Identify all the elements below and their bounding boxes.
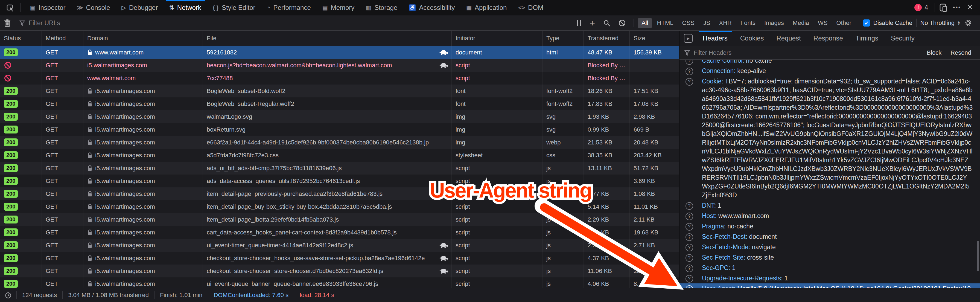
disable-cache-checkbox[interactable]: ✓ Disable Cache [863, 19, 912, 27]
details-tab-timings[interactable]: Timings [849, 31, 885, 46]
request-header-row[interactable]: ?Pragmano-cache [679, 221, 980, 231]
type-filter-ws[interactable]: WS [814, 18, 831, 28]
tab-style-editor[interactable]: { }Style Editor [207, 0, 261, 15]
filter-urls-input[interactable]: Filter URLs [19, 19, 572, 27]
help-icon[interactable]: ? [686, 244, 693, 251]
tab-dom[interactable]: <>DOM [512, 0, 549, 15]
tab-performance[interactable]: ◔Performance [261, 0, 317, 15]
error-count-badge[interactable]: ! 4 [915, 4, 928, 11]
new-request-icon[interactable]: + [590, 19, 595, 27]
type-filter-xhr[interactable]: XHR [715, 18, 735, 28]
scrollbar-thumb[interactable] [977, 241, 979, 271]
table-row[interactable]: 200GETi5.walmartimages.comui_event-queue… [0, 277, 679, 288]
size-label: 19.68 KB [633, 229, 659, 236]
network-settings-gear-icon[interactable] [964, 19, 972, 27]
tab-application[interactable]: ▦Application [460, 0, 512, 15]
size-label: 12. [633, 255, 642, 262]
type-filter-js[interactable]: JS [700, 18, 714, 28]
help-icon[interactable]: ? [686, 264, 693, 272]
help-icon[interactable]: ? [686, 233, 693, 241]
table-row[interactable]: 200GETi5.walmartimages.come663f2a1-9d1f-… [0, 136, 679, 149]
request-header-row[interactable]: ?Cache-Controlno-cache [679, 60, 980, 66]
type-filter-css[interactable]: CSS [678, 18, 698, 28]
request-header-row[interactable]: ?Upgrade-Insecure-Requests1 [679, 273, 980, 283]
status-badge: 200 [4, 254, 18, 262]
type-filter-images[interactable]: Images [760, 18, 788, 28]
type-filter-media[interactable]: Media [789, 18, 813, 28]
table-row[interactable]: 200GETi5.walmartimages.comitem_detail-pa… [0, 188, 679, 200]
table-row[interactable]: 200GETi5.walmartimages.comwalmartLogo.sv… [0, 110, 679, 123]
table-row[interactable]: 200GETi5.walmartimages.coma5d7fda7dc7f98… [0, 149, 679, 162]
type-filter-html[interactable]: HTML [653, 18, 677, 28]
pick-element-icon[interactable] [6, 3, 15, 12]
help-icon[interactable]: ? [686, 275, 693, 283]
request-header-row[interactable]: ?Sec-Fetch-Modenavigate [679, 242, 980, 252]
request-header-row[interactable]: ?Sec-Fetch-Destdocument [679, 231, 980, 242]
meatball-menu-icon[interactable]: ••• [953, 5, 961, 11]
table-row[interactable]: 200GETi5.walmartimages.comads_data-acces… [0, 175, 679, 188]
column-header-file[interactable]: File [203, 31, 452, 46]
type-filter-all[interactable]: All [638, 18, 652, 28]
tab-inspector[interactable]: ▣Inspector [24, 0, 72, 15]
table-row[interactable]: 200GETi5.walmartimages.comitem_detail-pa… [0, 200, 679, 213]
help-icon[interactable]: ? [686, 60, 693, 65]
table-row[interactable]: 200GETi5.walmartimages.comcart_data-acce… [0, 226, 679, 239]
performance-analysis-icon[interactable] [0, 291, 16, 299]
tab-console[interactable]: ≫Console [72, 0, 116, 15]
table-row[interactable]: 200GETi5.walmartimages.comboxReturn.svgi… [0, 123, 679, 136]
clear-requests-icon[interactable] [4, 19, 11, 27]
table-row[interactable]: 200GETi5.walmartimages.comitem_detail-pa… [0, 213, 679, 226]
column-header-size[interactable]: Size [630, 31, 679, 46]
table-row[interactable]: GETwww.walmart.com7cc77488scriptBlocked … [0, 72, 679, 84]
block-button[interactable]: Block [922, 49, 946, 57]
column-header-domain[interactable]: Domain [83, 31, 203, 46]
details-tab-cookies[interactable]: Cookies [734, 31, 770, 46]
request-header-row[interactable]: ?Sec-Fetch-Sitecross-site [679, 252, 980, 262]
column-header-transferred[interactable]: Transferred [584, 31, 630, 46]
table-row[interactable]: 200GETi5.walmartimages.comBogleWeb_subse… [0, 84, 679, 97]
request-header-row[interactable]: ?Connectionkeep-alive [679, 66, 980, 76]
table-row[interactable]: 200GETi5.walmartimages.comBogleWeb_subse… [0, 97, 679, 110]
table-row[interactable]: GETi5.walmartimages.combeacon.js?bd=beac… [0, 59, 679, 72]
tab-storage[interactable]: ▥Storage [360, 0, 403, 15]
help-icon[interactable]: ? [686, 202, 693, 210]
collapse-panel-icon[interactable]: ▶ [684, 34, 693, 43]
details-tab-security[interactable]: Security [885, 31, 921, 46]
throttling-select[interactable]: No Throttling ▲▼ [920, 19, 960, 27]
resend-button[interactable]: Resend [946, 49, 975, 57]
search-icon[interactable] [603, 19, 611, 27]
table-row[interactable]: 200GETwww.walmart.com592161882documentht… [0, 46, 679, 59]
request-header-row[interactable]: ?CookieTBV=7; adblocked=true; dimensionD… [679, 76, 980, 200]
responsive-design-icon[interactable] [939, 3, 948, 12]
tab-memory[interactable]: ▤Memory [317, 0, 360, 15]
type-filter-other[interactable]: Other [832, 18, 855, 28]
request-header-row[interactable]: ?Sec-GPC1 [679, 262, 980, 273]
table-row[interactable]: 200GETi5.walmartimages.comcheckout_store… [0, 264, 679, 277]
table-row[interactable]: 200GETi5.walmartimages.comui_event-timer… [0, 239, 679, 252]
initiator-label: font [455, 87, 466, 95]
help-icon[interactable]: ? [686, 68, 693, 75]
tab-network[interactable]: ⇅Network [164, 0, 207, 15]
help-icon[interactable]: ? [686, 254, 693, 262]
column-header-status[interactable]: Status [0, 31, 42, 46]
tab-debugger[interactable]: ▷Debugger [116, 0, 164, 15]
pause-traffic-icon[interactable] [577, 20, 581, 26]
table-row[interactable]: 200GETi5.walmartimages.comcheckout_store… [0, 252, 679, 264]
tab-accessibility[interactable]: ♿Accessibility [403, 0, 460, 15]
close-icon[interactable]: × [967, 2, 973, 12]
request-header-row[interactable]: ?DNT1 [679, 200, 980, 211]
help-icon[interactable]: ? [686, 213, 693, 220]
block-request-icon[interactable] [618, 19, 626, 27]
column-header-initiator[interactable]: Initiator [452, 31, 542, 46]
type-filter-fonts[interactable]: Fonts [737, 18, 759, 28]
help-icon[interactable]: ? [686, 78, 693, 86]
table-cell: i5.walmartimages.com [83, 200, 203, 213]
details-tab-headers[interactable]: Headers [697, 31, 734, 46]
details-tab-response[interactable]: Response [807, 31, 849, 46]
help-icon[interactable]: ? [686, 223, 693, 230]
column-header-type[interactable]: Type [542, 31, 584, 46]
details-tab-request[interactable]: Request [770, 31, 807, 46]
table-row[interactable]: 200GETi5.walmartimages.comads_ui_btf_ads… [0, 162, 679, 175]
column-header-method[interactable]: Method [42, 31, 83, 46]
request-header-row[interactable]: ?Hostwww.walmart.com [679, 211, 980, 221]
